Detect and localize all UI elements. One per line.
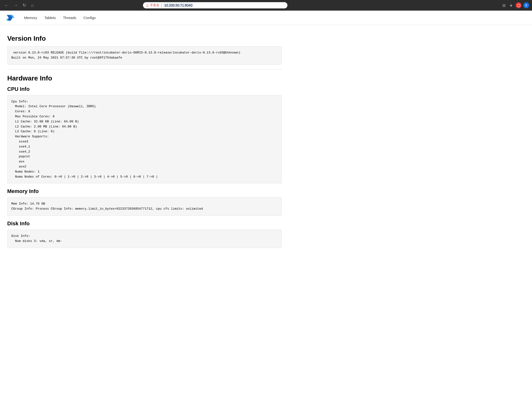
logo[interactable] <box>5 13 14 23</box>
disk-info-title: Disk Info <box>7 220 282 227</box>
back-button[interactable]: ← <box>3 2 10 9</box>
nav-link-tablets[interactable]: Tablets <box>44 16 56 20</box>
nav-link-configs[interactable]: Configs <box>84 16 96 20</box>
home-button[interactable]: ⌂ <box>30 2 35 9</box>
version-info-title: Version Info <box>7 35 282 42</box>
browser-chrome: ← → ↻ ⌂ ⚠ 不安全 | 10.200.50.71:8040 ⊞ ★ ◯ … <box>0 0 532 10</box>
memory-info-content: Mem Info: 14.76 GB CGroup Info: Process … <box>7 197 282 216</box>
security-text: 不安全 <box>150 3 159 8</box>
divider-1 <box>7 69 282 70</box>
security-warning: ⚠ 不安全 <box>146 3 159 8</box>
reload-button[interactable]: ↻ <box>21 2 28 9</box>
address-bar[interactable]: ⚠ 不安全 | 10.200.50.71:8040 <box>143 2 287 9</box>
nav-item-memory[interactable]: Memory <box>24 16 37 20</box>
nav-item-configs[interactable]: Configs <box>84 16 96 20</box>
forward-button[interactable]: → <box>12 2 19 9</box>
security-icon: ⚠ <box>146 3 149 7</box>
bookmark-button[interactable]: ★ <box>508 2 514 9</box>
logo-icon <box>5 13 14 23</box>
extension-icon-red[interactable]: ◯ <box>516 2 522 8</box>
extensions-button[interactable]: ⊞ <box>501 2 506 9</box>
cpu-info-content: Cpu Info: Model: Intel Core Processor (H… <box>7 95 282 184</box>
nav-link-memory[interactable]: Memory <box>24 16 37 20</box>
version-info-content: version 0.13.0-rc03 RELEASE (build file:… <box>7 46 282 65</box>
page-content: Version Info version 0.13.0-rc03 RELEASE… <box>0 25 289 258</box>
browser-actions: ⊞ ★ ◯ S <box>501 2 529 9</box>
nav-item-threads[interactable]: Threads <box>63 16 76 20</box>
page-header: Memory Tablets Threads Configs <box>0 10 532 25</box>
url-text: 10.200.50.71:8040 <box>163 3 193 8</box>
nav-link-threads[interactable]: Threads <box>63 16 76 20</box>
memory-info-title: Memory Info <box>7 188 282 195</box>
main-nav: Memory Tablets Threads Configs <box>24 16 96 20</box>
cpu-info-title: CPU Info <box>7 86 282 92</box>
separator: | <box>161 3 162 8</box>
hardware-info-title: Hardware Info <box>7 74 282 82</box>
extension-icon-green[interactable]: S <box>523 2 529 8</box>
disk-info-content: Disk Info: Num disks 3: vda, sr, dm- <box>7 230 282 248</box>
nav-item-tablets[interactable]: Tablets <box>44 16 56 20</box>
